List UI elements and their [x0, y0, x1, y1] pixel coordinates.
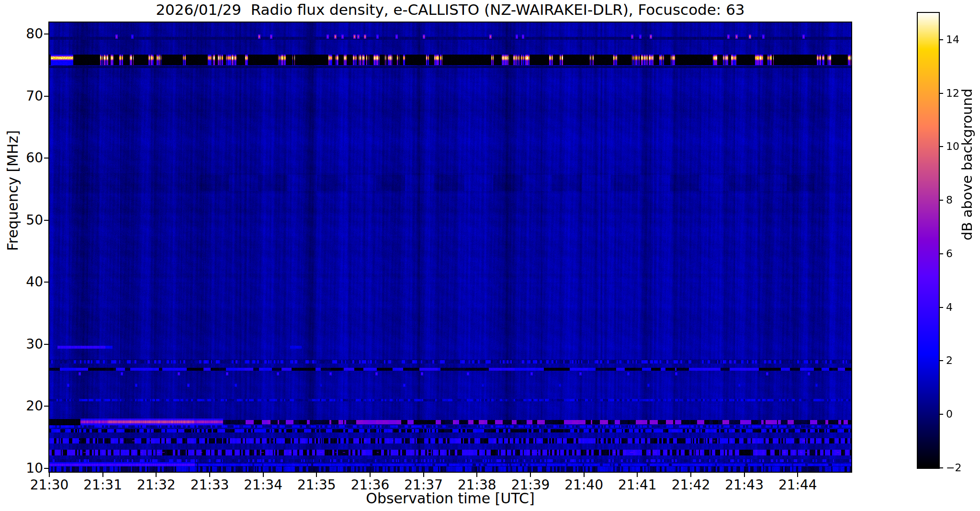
- x-tick-mark: [209, 473, 210, 477]
- x-tick-mark: [530, 473, 531, 477]
- y-tick-mark: [44, 96, 48, 97]
- x-tick-mark: [102, 473, 103, 477]
- y-tick-label: 40: [0, 275, 43, 289]
- figure-title: 2026/01/29 Radio flux density, e-CALLIST…: [49, 1, 851, 18]
- x-tick-mark: [263, 473, 264, 477]
- colorbar-tick-label: 8: [946, 194, 953, 206]
- y-tick-label: 10: [0, 461, 43, 476]
- y-tick-mark: [44, 344, 48, 345]
- colorbar-tick-mark: [940, 146, 943, 147]
- spectrogram-canvas: [49, 23, 851, 472]
- x-tick-mark: [690, 473, 691, 477]
- colorbar-tick-mark: [940, 467, 943, 468]
- x-tick-mark: [316, 473, 317, 477]
- x-tick-mark: [637, 473, 638, 477]
- colorbar-tick-mark: [940, 414, 943, 415]
- colorbar-tick-mark: [940, 93, 943, 94]
- x-tick-mark: [476, 473, 477, 477]
- colorbar-tick-label: 2: [946, 354, 953, 367]
- x-tick-mark: [744, 473, 745, 477]
- colorbar-tick-label: 14: [946, 34, 959, 46]
- colorbar-tick-label: 4: [946, 301, 953, 314]
- colorbar-tick-mark: [940, 360, 943, 361]
- colorbar-tick-mark: [940, 253, 943, 254]
- x-tick-mark: [423, 473, 424, 477]
- colorbar-tick-mark: [940, 39, 943, 40]
- x-tick-mark: [156, 473, 157, 477]
- x-axis-label: Observation time [UTC]: [49, 490, 851, 507]
- x-tick-mark: [49, 473, 50, 477]
- y-tick-mark: [44, 468, 48, 469]
- colorbar-gradient: [918, 13, 939, 468]
- colorbar-tick-label: 6: [946, 248, 953, 260]
- y-tick-mark: [44, 282, 48, 283]
- colorbar-tick-mark: [940, 200, 943, 201]
- colorbar-tick-label: −2: [946, 462, 961, 474]
- x-tick-mark: [370, 473, 371, 477]
- x-tick-mark: [797, 473, 798, 477]
- colorbar-tick-mark: [940, 307, 943, 308]
- colorbar-tick-label: 0: [946, 408, 953, 420]
- y-tick-mark: [44, 406, 48, 407]
- y-tick-label: 30: [0, 337, 43, 352]
- y-tick-label: 20: [0, 399, 43, 413]
- x-tick-mark: [584, 473, 585, 477]
- y-tick-label: 80: [0, 27, 43, 41]
- y-tick-label: 70: [0, 89, 43, 103]
- colorbar-tick-label: 12: [946, 87, 959, 100]
- y-tick-mark: [44, 34, 48, 34]
- y-tick-mark: [44, 220, 48, 221]
- colorbar-tick-label: 10: [946, 140, 959, 153]
- y-tick-mark: [44, 158, 48, 159]
- figure: 2026/01/29 Radio flux density, e-CALLIST…: [0, 0, 980, 511]
